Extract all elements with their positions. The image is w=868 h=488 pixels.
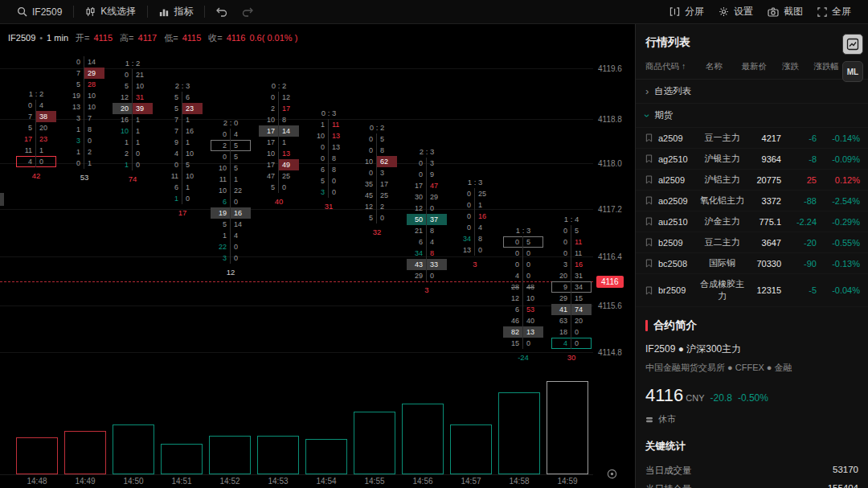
imbalance-label: 2 : 3: [162, 80, 203, 92]
bid-volume: 1: [113, 137, 133, 148]
instrument-name: 合成橡胶主力: [700, 278, 744, 302]
ask-volume: 74: [571, 304, 592, 315]
locate-button[interactable]: [604, 466, 619, 481]
bid-volume: 6: [211, 196, 231, 207]
footprint-row: 4725: [259, 170, 299, 182]
kline-select-button[interactable]: K线选择: [78, 2, 143, 21]
chart-area[interactable]: IF2509 • 1 min 开= 4115 高= 4117 低= 4115 收…: [0, 24, 635, 488]
footprint-column: 2 : 00425051051111022601916514142203012: [211, 117, 251, 277]
bid-volume: 1: [113, 159, 133, 170]
col-header-code[interactable]: 商品代码 ↑: [645, 61, 698, 72]
footprint-column: 1 : 20215101231203916110111201074: [113, 58, 153, 183]
contract-price-row: 4116 CNY -20.8 -0.50%: [636, 385, 868, 406]
bid-volume: 0: [357, 145, 377, 156]
col-header-change[interactable]: 涨跌: [767, 61, 799, 72]
instrument-name: 氧化铝主力: [700, 195, 744, 207]
ask-volume: 1: [279, 137, 299, 148]
ask-volume: 3: [377, 167, 397, 178]
delta-label: 3: [455, 260, 495, 269]
bid-volume: 20: [113, 103, 133, 114]
col-header-price[interactable]: 最新价: [730, 61, 767, 72]
footprint-row: 30: [309, 187, 349, 198]
footprint-rows: 02151012312039161101112010: [113, 69, 153, 170]
watchlist-row[interactable]: ao2509氧化铝主力3372-88-2.54%: [636, 191, 868, 211]
group-futures[interactable]: › 期货: [636, 104, 868, 128]
ask-volume: 0: [133, 148, 153, 159]
ask-volume: 1: [133, 114, 153, 125]
instrument-code: b2509: [658, 238, 700, 248]
ask-volume: 62: [377, 156, 397, 167]
contract-section-label: 合约简介: [653, 318, 697, 333]
watchlist-row[interactable]: ag2510沪银主力9364-8-0.09%: [636, 149, 868, 170]
bid-volume: 7: [162, 114, 182, 125]
price-change: 25: [781, 175, 817, 185]
imbalance-label: 0 : 2: [259, 80, 299, 92]
chart-snapshot-button[interactable]: [842, 34, 863, 55]
footprint-row: 08: [309, 153, 349, 164]
instrument-name: 豆一主力: [700, 132, 744, 144]
last-price: 20775: [744, 175, 781, 185]
watchlist-row[interactable]: b2509豆二主力3647-20-0.55%: [636, 232, 868, 253]
watchlist-row[interactable]: a2509豆一主力4217-6-0.14%: [636, 128, 868, 149]
symbol-search-button[interactable]: IF2509: [10, 4, 69, 20]
delta-label: 17: [162, 208, 203, 217]
ask-volume: 8: [427, 248, 447, 259]
redo-button[interactable]: [235, 5, 260, 19]
col-header-name[interactable]: 名称: [698, 61, 730, 72]
undo-button[interactable]: [209, 5, 235, 19]
screenshot-button[interactable]: 截图: [760, 2, 810, 21]
bid-volume: 29: [551, 293, 571, 304]
footprint-row: 03: [357, 167, 397, 178]
bid-volume: 0: [551, 248, 571, 259]
ask-volume: 22: [231, 185, 251, 196]
ask-volume: 39: [133, 103, 153, 114]
col-header-change-pct[interactable]: 涨跌幅: [799, 61, 839, 72]
footprint-row: 4640: [503, 315, 543, 326]
redo-icon: [242, 7, 253, 17]
imbalance-label: 1 : 2: [16, 88, 56, 100]
imbalance-label: 0 : 3: [309, 108, 349, 119]
settings-button[interactable]: 设置: [711, 2, 760, 21]
split-screen-button[interactable]: 分屏: [662, 2, 711, 21]
ask-volume: 0: [84, 135, 104, 146]
contract-change-pct: -0.50%: [738, 392, 768, 404]
scroll-marker[interactable]: [0, 193, 4, 206]
footprint-row: 108: [259, 114, 299, 125]
ask-volume: 1: [84, 158, 104, 169]
bid-volume: 10: [211, 185, 231, 196]
ml-button[interactable]: ML: [842, 61, 863, 82]
watchlist-row[interactable]: al2509沪铝主力20775250.12%: [636, 170, 868, 191]
bid-volume: 19: [211, 207, 231, 219]
bid-volume: 0: [503, 248, 523, 259]
footprint-row: 03: [407, 158, 447, 169]
bid-volume: 0: [407, 158, 427, 169]
legend-bullet: •: [39, 33, 43, 43]
ask-volume: 5: [231, 140, 251, 151]
fullscreen-button[interactable]: 全屏: [810, 2, 858, 21]
delta-label: 74: [113, 174, 153, 183]
footprint-row: 40: [551, 338, 592, 349]
ask-volume: 5: [377, 133, 397, 145]
ask-volume: 10: [523, 293, 543, 304]
imbalance-label: 1 : 3: [455, 177, 495, 188]
bookmark-icon: [645, 175, 658, 184]
imbalance-label: 1 : 3: [503, 225, 543, 236]
group-watchlist[interactable]: › 自选列表: [636, 80, 868, 104]
bid-volume: 12: [113, 92, 133, 103]
screenshot-label: 截图: [784, 5, 803, 18]
watchlist-row[interactable]: bc2508国际铜70330-90-0.13%: [636, 253, 868, 274]
footprint-row: 523: [162, 103, 203, 114]
volume-bar: [547, 381, 588, 474]
footprint-row: 10: [162, 193, 203, 204]
bid-volume: 12: [407, 203, 427, 214]
watchlist-row[interactable]: br2509合成橡胶主力12315-5-0.04%: [636, 274, 868, 307]
watchlist-row[interactable]: au2510沪金主力775.1-2.24-0.29%: [636, 211, 868, 232]
bid-volume: 1: [64, 146, 84, 158]
indicators-button[interactable]: 指标: [152, 2, 200, 21]
ask-volume: 12: [279, 92, 299, 103]
ask-volume: 8: [475, 233, 495, 244]
ask-volume: 7: [84, 113, 104, 124]
footprint-row: 2039: [113, 103, 153, 114]
bid-volume: 5: [357, 212, 377, 223]
ask-volume: 8: [427, 225, 447, 236]
